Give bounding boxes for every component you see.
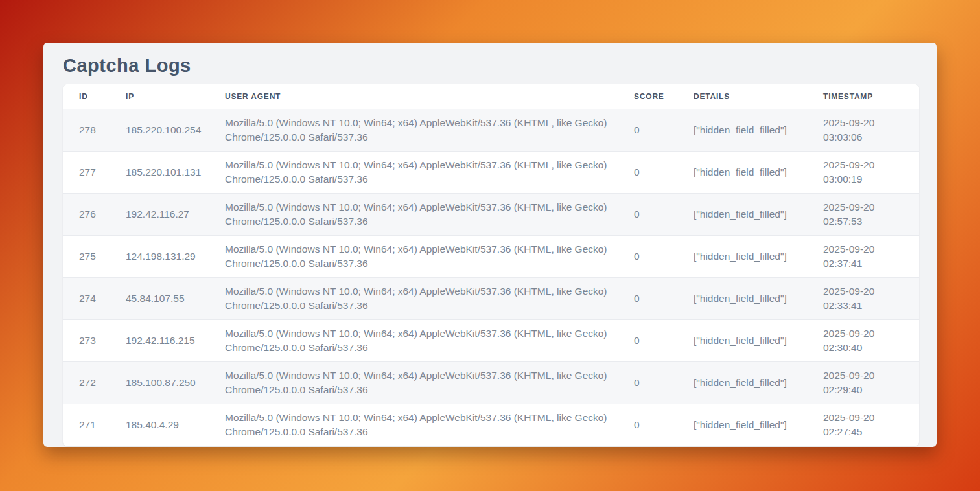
cell-timestamp: 2025-09-20 03:03:06 [823, 109, 919, 151]
column-header-ip: IP [126, 84, 225, 109]
cell-id: 277 [63, 151, 126, 193]
cell-timestamp: 2025-09-20 02:30:40 [823, 319, 919, 361]
cell-user-agent: Mozilla/5.0 (Windows NT 10.0; Win64; x64… [225, 404, 634, 446]
cell-details: ["hidden_field_filled"] [694, 277, 823, 319]
column-header-details: DETAILS [694, 84, 823, 109]
cell-ip: 185.40.4.29 [126, 404, 225, 446]
cell-user-agent: Mozilla/5.0 (Windows NT 10.0; Win64; x64… [225, 277, 634, 319]
table-row: 275 124.198.131.29 Mozilla/5.0 (Windows … [63, 235, 919, 277]
cell-timestamp: 2025-09-20 03:00:19 [823, 151, 919, 193]
logs-table: ID IP USER AGENT SCORE DETAILS TIMESTAMP… [63, 84, 919, 446]
cell-timestamp: 2025-09-20 02:33:41 [823, 277, 919, 319]
page-background: Captcha Logs ID IP USER AGENT SCORE DETA… [0, 0, 980, 491]
cell-user-agent: Mozilla/5.0 (Windows NT 10.0; Win64; x64… [225, 193, 634, 235]
cell-details: ["hidden_field_filled"] [694, 361, 823, 404]
captcha-logs-card: Captcha Logs ID IP USER AGENT SCORE DETA… [43, 43, 937, 447]
cell-details: ["hidden_field_filled"] [694, 109, 823, 151]
cell-user-agent: Mozilla/5.0 (Windows NT 10.0; Win64; x64… [225, 151, 634, 193]
table-row: 278 185.220.100.254 Mozilla/5.0 (Windows… [63, 109, 919, 151]
cell-score: 0 [634, 361, 694, 404]
cell-score: 0 [634, 109, 694, 151]
cell-score: 0 [634, 235, 694, 277]
table-row: 273 192.42.116.215 Mozilla/5.0 (Windows … [63, 319, 919, 361]
cell-timestamp: 2025-09-20 02:57:53 [823, 193, 919, 235]
cell-score: 0 [634, 193, 694, 235]
cell-score: 0 [634, 404, 694, 446]
cell-user-agent: Mozilla/5.0 (Windows NT 10.0; Win64; x64… [225, 109, 634, 151]
cell-id: 275 [63, 235, 126, 277]
cell-score: 0 [634, 151, 694, 193]
cell-id: 271 [63, 404, 126, 446]
column-header-score: SCORE [634, 84, 694, 109]
cell-timestamp: 2025-09-20 02:37:41 [823, 235, 919, 277]
table-header-row: ID IP USER AGENT SCORE DETAILS TIMESTAMP [63, 84, 919, 109]
cell-ip: 185.100.87.250 [126, 361, 225, 404]
cell-id: 272 [63, 361, 126, 404]
cell-id: 273 [63, 319, 126, 361]
page-title: Captcha Logs [43, 43, 937, 84]
cell-details: ["hidden_field_filled"] [694, 404, 823, 446]
cell-ip: 192.42.116.27 [126, 193, 225, 235]
cell-ip: 185.220.101.131 [126, 151, 225, 193]
cell-user-agent: Mozilla/5.0 (Windows NT 10.0; Win64; x64… [225, 235, 634, 277]
table-row: 274 45.84.107.55 Mozilla/5.0 (Windows NT… [63, 277, 919, 319]
cell-details: ["hidden_field_filled"] [694, 235, 823, 277]
cell-id: 276 [63, 193, 126, 235]
table-row: 271 185.40.4.29 Mozilla/5.0 (Windows NT … [63, 404, 919, 446]
cell-ip: 124.198.131.29 [126, 235, 225, 277]
cell-details: ["hidden_field_filled"] [694, 319, 823, 361]
cell-ip: 192.42.116.215 [126, 319, 225, 361]
cell-id: 274 [63, 277, 126, 319]
cell-timestamp: 2025-09-20 02:29:40 [823, 361, 919, 404]
table-body: 278 185.220.100.254 Mozilla/5.0 (Windows… [63, 109, 919, 446]
cell-score: 0 [634, 319, 694, 361]
cell-id: 278 [63, 109, 126, 151]
table-row: 272 185.100.87.250 Mozilla/5.0 (Windows … [63, 361, 919, 404]
table-row: 276 192.42.116.27 Mozilla/5.0 (Windows N… [63, 193, 919, 235]
cell-ip: 185.220.100.254 [126, 109, 225, 151]
cell-details: ["hidden_field_filled"] [694, 151, 823, 193]
column-header-id: ID [63, 84, 126, 109]
column-header-user-agent: USER AGENT [225, 84, 634, 109]
cell-user-agent: Mozilla/5.0 (Windows NT 10.0; Win64; x64… [225, 361, 634, 404]
column-header-timestamp: TIMESTAMP [823, 84, 919, 109]
table-row: 277 185.220.101.131 Mozilla/5.0 (Windows… [63, 151, 919, 193]
cell-user-agent: Mozilla/5.0 (Windows NT 10.0; Win64; x64… [225, 319, 634, 361]
cell-ip: 45.84.107.55 [126, 277, 225, 319]
cell-details: ["hidden_field_filled"] [694, 193, 823, 235]
cell-timestamp: 2025-09-20 02:27:45 [823, 404, 919, 446]
cell-score: 0 [634, 277, 694, 319]
logs-table-container: ID IP USER AGENT SCORE DETAILS TIMESTAMP… [63, 84, 919, 446]
